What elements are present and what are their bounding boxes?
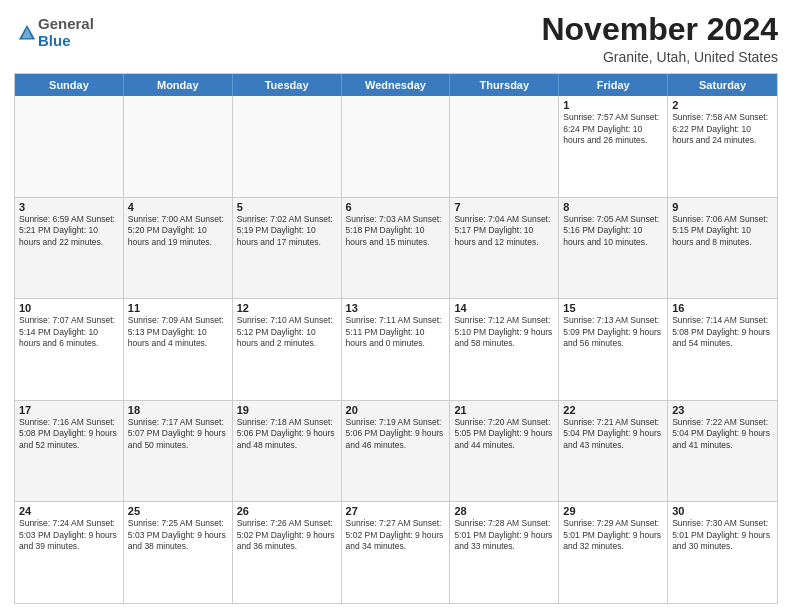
cal-header-cell-monday: Monday [124, 74, 233, 96]
cal-cell: 11Sunrise: 7:09 AM Sunset: 5:13 PM Dayli… [124, 299, 233, 400]
cal-cell: 27Sunrise: 7:27 AM Sunset: 5:02 PM Dayli… [342, 502, 451, 603]
cal-cell: 13Sunrise: 7:11 AM Sunset: 5:11 PM Dayli… [342, 299, 451, 400]
day-number: 20 [346, 404, 446, 416]
cal-cell: 19Sunrise: 7:18 AM Sunset: 5:06 PM Dayli… [233, 401, 342, 502]
day-info: Sunrise: 7:17 AM Sunset: 5:07 PM Dayligh… [128, 417, 228, 451]
cal-week-1: 3Sunrise: 6:59 AM Sunset: 5:21 PM Daylig… [15, 197, 777, 299]
day-info: Sunrise: 7:19 AM Sunset: 5:06 PM Dayligh… [346, 417, 446, 451]
cal-header-cell-friday: Friday [559, 74, 668, 96]
day-info: Sunrise: 7:58 AM Sunset: 6:22 PM Dayligh… [672, 112, 773, 146]
day-number: 3 [19, 201, 119, 213]
logo-icon [16, 22, 38, 44]
cal-cell: 4Sunrise: 7:00 AM Sunset: 5:20 PM Daylig… [124, 198, 233, 299]
day-info: Sunrise: 7:28 AM Sunset: 5:01 PM Dayligh… [454, 518, 554, 552]
day-info: Sunrise: 7:00 AM Sunset: 5:20 PM Dayligh… [128, 214, 228, 248]
cal-cell: 24Sunrise: 7:24 AM Sunset: 5:03 PM Dayli… [15, 502, 124, 603]
day-number: 29 [563, 505, 663, 517]
cal-cell: 3Sunrise: 6:59 AM Sunset: 5:21 PM Daylig… [15, 198, 124, 299]
day-number: 22 [563, 404, 663, 416]
title-location: Granite, Utah, United States [541, 49, 778, 65]
cal-cell: 22Sunrise: 7:21 AM Sunset: 5:04 PM Dayli… [559, 401, 668, 502]
cal-week-4: 24Sunrise: 7:24 AM Sunset: 5:03 PM Dayli… [15, 501, 777, 603]
cal-cell [233, 96, 342, 197]
day-number: 7 [454, 201, 554, 213]
cal-cell: 26Sunrise: 7:26 AM Sunset: 5:02 PM Dayli… [233, 502, 342, 603]
cal-cell: 9Sunrise: 7:06 AM Sunset: 5:15 PM Daylig… [668, 198, 777, 299]
day-number: 21 [454, 404, 554, 416]
day-number: 17 [19, 404, 119, 416]
day-number: 6 [346, 201, 446, 213]
day-info: Sunrise: 7:20 AM Sunset: 5:05 PM Dayligh… [454, 417, 554, 451]
day-info: Sunrise: 7:10 AM Sunset: 5:12 PM Dayligh… [237, 315, 337, 349]
day-number: 27 [346, 505, 446, 517]
day-info: Sunrise: 7:21 AM Sunset: 5:04 PM Dayligh… [563, 417, 663, 451]
cal-cell: 10Sunrise: 7:07 AM Sunset: 5:14 PM Dayli… [15, 299, 124, 400]
day-info: Sunrise: 7:27 AM Sunset: 5:02 PM Dayligh… [346, 518, 446, 552]
cal-cell: 8Sunrise: 7:05 AM Sunset: 5:16 PM Daylig… [559, 198, 668, 299]
cal-cell: 20Sunrise: 7:19 AM Sunset: 5:06 PM Dayli… [342, 401, 451, 502]
cal-cell: 2Sunrise: 7:58 AM Sunset: 6:22 PM Daylig… [668, 96, 777, 197]
logo: General Blue [14, 16, 94, 49]
cal-cell [450, 96, 559, 197]
day-number: 9 [672, 201, 773, 213]
cal-week-3: 17Sunrise: 7:16 AM Sunset: 5:08 PM Dayli… [15, 400, 777, 502]
day-number: 8 [563, 201, 663, 213]
day-info: Sunrise: 7:06 AM Sunset: 5:15 PM Dayligh… [672, 214, 773, 248]
logo-blue: Blue [38, 32, 71, 49]
day-number: 24 [19, 505, 119, 517]
calendar-body: 1Sunrise: 7:57 AM Sunset: 6:24 PM Daylig… [15, 96, 777, 603]
cal-cell [124, 96, 233, 197]
cal-cell: 30Sunrise: 7:30 AM Sunset: 5:01 PM Dayli… [668, 502, 777, 603]
cal-header-cell-thursday: Thursday [450, 74, 559, 96]
day-info: Sunrise: 7:02 AM Sunset: 5:19 PM Dayligh… [237, 214, 337, 248]
cal-header-cell-sunday: Sunday [15, 74, 124, 96]
cal-cell: 25Sunrise: 7:25 AM Sunset: 5:03 PM Dayli… [124, 502, 233, 603]
cal-cell: 16Sunrise: 7:14 AM Sunset: 5:08 PM Dayli… [668, 299, 777, 400]
header: General Blue November 2024 Granite, Utah… [14, 12, 778, 65]
day-info: Sunrise: 7:05 AM Sunset: 5:16 PM Dayligh… [563, 214, 663, 248]
day-number: 1 [563, 99, 663, 111]
day-info: Sunrise: 7:09 AM Sunset: 5:13 PM Dayligh… [128, 315, 228, 349]
logo-text: General Blue [38, 16, 94, 49]
day-info: Sunrise: 6:59 AM Sunset: 5:21 PM Dayligh… [19, 214, 119, 248]
cal-cell: 5Sunrise: 7:02 AM Sunset: 5:19 PM Daylig… [233, 198, 342, 299]
day-info: Sunrise: 7:16 AM Sunset: 5:08 PM Dayligh… [19, 417, 119, 451]
day-number: 30 [672, 505, 773, 517]
cal-header-cell-wednesday: Wednesday [342, 74, 451, 96]
page: General Blue November 2024 Granite, Utah… [0, 0, 792, 612]
day-number: 11 [128, 302, 228, 314]
day-number: 19 [237, 404, 337, 416]
day-info: Sunrise: 7:13 AM Sunset: 5:09 PM Dayligh… [563, 315, 663, 349]
day-number: 10 [19, 302, 119, 314]
day-info: Sunrise: 7:57 AM Sunset: 6:24 PM Dayligh… [563, 112, 663, 146]
day-info: Sunrise: 7:24 AM Sunset: 5:03 PM Dayligh… [19, 518, 119, 552]
cal-cell: 28Sunrise: 7:28 AM Sunset: 5:01 PM Dayli… [450, 502, 559, 603]
day-info: Sunrise: 7:03 AM Sunset: 5:18 PM Dayligh… [346, 214, 446, 248]
cal-cell [15, 96, 124, 197]
day-number: 28 [454, 505, 554, 517]
day-info: Sunrise: 7:07 AM Sunset: 5:14 PM Dayligh… [19, 315, 119, 349]
cal-cell: 12Sunrise: 7:10 AM Sunset: 5:12 PM Dayli… [233, 299, 342, 400]
cal-cell: 29Sunrise: 7:29 AM Sunset: 5:01 PM Dayli… [559, 502, 668, 603]
day-info: Sunrise: 7:04 AM Sunset: 5:17 PM Dayligh… [454, 214, 554, 248]
cal-cell: 6Sunrise: 7:03 AM Sunset: 5:18 PM Daylig… [342, 198, 451, 299]
day-number: 25 [128, 505, 228, 517]
day-number: 16 [672, 302, 773, 314]
cal-week-0: 1Sunrise: 7:57 AM Sunset: 6:24 PM Daylig… [15, 96, 777, 197]
day-number: 5 [237, 201, 337, 213]
cal-cell [342, 96, 451, 197]
day-info: Sunrise: 7:25 AM Sunset: 5:03 PM Dayligh… [128, 518, 228, 552]
day-info: Sunrise: 7:14 AM Sunset: 5:08 PM Dayligh… [672, 315, 773, 349]
day-info: Sunrise: 7:29 AM Sunset: 5:01 PM Dayligh… [563, 518, 663, 552]
day-info: Sunrise: 7:11 AM Sunset: 5:11 PM Dayligh… [346, 315, 446, 349]
day-number: 4 [128, 201, 228, 213]
day-number: 15 [563, 302, 663, 314]
calendar: SundayMondayTuesdayWednesdayThursdayFrid… [14, 73, 778, 604]
day-number: 13 [346, 302, 446, 314]
title-block: November 2024 Granite, Utah, United Stat… [541, 12, 778, 65]
cal-cell: 14Sunrise: 7:12 AM Sunset: 5:10 PM Dayli… [450, 299, 559, 400]
logo-general: General [38, 15, 94, 32]
title-month: November 2024 [541, 12, 778, 47]
day-info: Sunrise: 7:22 AM Sunset: 5:04 PM Dayligh… [672, 417, 773, 451]
day-info: Sunrise: 7:26 AM Sunset: 5:02 PM Dayligh… [237, 518, 337, 552]
